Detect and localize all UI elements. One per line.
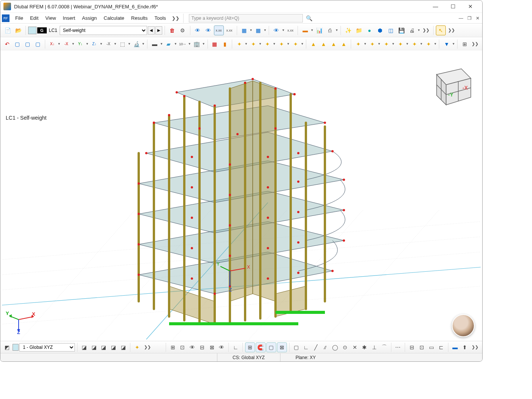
menu-assign[interactable]: Assign xyxy=(79,14,100,22)
osnap-x-button[interactable]: ⊠ xyxy=(277,342,287,352)
new-file-button[interactable]: ✨ xyxy=(343,25,353,35)
microscope-dropdown[interactable]: 🔬▼ xyxy=(131,39,145,49)
assistant-avatar[interactable] xyxy=(452,314,475,337)
building-dropdown[interactable]: 🏢▼ xyxy=(192,39,205,49)
draw-star-button[interactable]: ✱ xyxy=(360,342,369,352)
menu-view[interactable]: View xyxy=(42,14,59,22)
search-icon[interactable]: 🔍 xyxy=(306,15,312,21)
draw-cross-button[interactable]: ✕ xyxy=(350,342,359,352)
draw-rect-button[interactable]: ▢ xyxy=(291,342,301,352)
support1-button[interactable]: ▲ xyxy=(309,39,318,49)
menu-calculate[interactable]: Calculate xyxy=(100,14,128,22)
close-button[interactable]: ✕ xyxy=(462,1,479,12)
bottom-overflow2-icon[interactable]: ❯❯ xyxy=(470,345,480,350)
print-dropdown[interactable]: ⎙▼ xyxy=(325,25,338,35)
axis-mx-dropdown[interactable]: -X▼ xyxy=(61,39,74,49)
load4-dropdown[interactable]: ✦▼ xyxy=(277,39,290,49)
sp4-dropdown[interactable]: ✦▼ xyxy=(396,39,409,49)
delete-results-button[interactable]: 🗑 xyxy=(167,25,177,35)
show-values2-button[interactable]: x.xx xyxy=(225,25,234,35)
navigation-cube[interactable]: -Y -X xyxy=(425,59,475,109)
search-input[interactable]: Type a keyword (Alt+Q) xyxy=(189,14,303,22)
axis-mx2-dropdown[interactable]: -X▼ xyxy=(103,39,117,49)
cloud-button[interactable]: ● xyxy=(364,25,374,35)
snap4-button[interactable]: ⊠ xyxy=(207,342,217,352)
draw-line-button[interactable]: ╱ xyxy=(311,342,320,352)
draw-circle-button[interactable]: ◯ xyxy=(331,342,340,352)
menu-edit[interactable]: Edit xyxy=(27,14,42,22)
snap1-button[interactable]: ⊞ xyxy=(168,342,177,352)
support2-button[interactable]: ▲ xyxy=(319,39,328,49)
prev-loadcase-button[interactable]: ◀ xyxy=(148,26,155,35)
menu-overflow-icon[interactable]: ❯❯ xyxy=(169,16,182,21)
layer-button[interactable]: ▬ xyxy=(451,342,460,352)
axis-y-dropdown[interactable]: Y↓▼ xyxy=(75,39,89,49)
draw-tan-button[interactable]: ⌒ xyxy=(380,342,389,352)
filter-dropdown[interactable]: ▼▼ xyxy=(442,39,455,49)
render-mode-dropdown[interactable]: ▬▼ xyxy=(150,39,163,49)
open-model-button[interactable]: 📂 xyxy=(13,25,23,35)
load2-dropdown[interactable]: ✦▼ xyxy=(249,39,262,49)
workplane-select[interactable]: 1 - Global XYZ xyxy=(19,343,75,352)
draw-lines-button[interactable]: ⫽ xyxy=(321,342,330,352)
mesh-button[interactable]: ▦ xyxy=(210,39,220,49)
snap2-button[interactable]: ⊡ xyxy=(178,342,187,352)
select-button[interactable]: ↖ xyxy=(436,25,446,35)
block-button[interactable]: ⬢ xyxy=(375,25,385,35)
load5-dropdown[interactable]: ✦▼ xyxy=(291,39,304,49)
display-mode-dropdown[interactable]: ▦▼ xyxy=(239,25,253,35)
open-folder-button[interactable]: 📁 xyxy=(354,25,364,35)
solid-button[interactable]: ▮ xyxy=(220,39,230,49)
guide4-button[interactable]: ⊏ xyxy=(437,342,446,352)
model-viewport[interactable]: LC1 - Self-weight xyxy=(2,57,481,341)
sp2-dropdown[interactable]: ✦▼ xyxy=(367,39,381,49)
axis-iso-dropdown[interactable]: ⬚▼ xyxy=(117,39,131,49)
star-tool-button[interactable]: ✦ xyxy=(133,342,142,352)
show-lines-button[interactable]: 👁 xyxy=(203,25,213,35)
minimize-button[interactable]: — xyxy=(427,1,444,12)
menu-results[interactable]: Results xyxy=(128,14,151,22)
menu-tools[interactable]: Tools xyxy=(151,14,169,22)
box1-button[interactable]: ▢ xyxy=(13,39,22,49)
results-display-dropdown[interactable]: 👁▼ xyxy=(271,25,285,35)
box2-button[interactable]: ▢ xyxy=(23,39,32,49)
toolbar1-overflow-icon[interactable]: ❯❯ xyxy=(421,28,431,33)
next-loadcase-button[interactable]: ▶ xyxy=(155,26,162,35)
osnap-grid-button[interactable]: ⊞ xyxy=(245,342,255,352)
osnap-rect-button[interactable]: ▢ xyxy=(266,342,276,352)
ucs4-button[interactable]: ◪ xyxy=(109,342,118,352)
dots-button[interactable]: ⋯ xyxy=(393,342,402,352)
guide1-button[interactable]: ⊟ xyxy=(407,342,416,352)
print2-dropdown[interactable]: 🖨▼ xyxy=(407,25,420,35)
guide2-button[interactable]: ⊡ xyxy=(417,342,426,352)
mdi-restore-icon[interactable]: ❐ xyxy=(466,15,472,21)
up-button[interactable]: ⬆ xyxy=(460,342,469,352)
maximize-button[interactable]: ☐ xyxy=(444,1,462,12)
mdi-minimize-icon[interactable]: — xyxy=(458,15,464,21)
ucs2-button[interactable]: ◪ xyxy=(89,342,98,352)
guide3-button[interactable]: ▭ xyxy=(427,342,436,352)
draw-perp-button[interactable]: ⊥ xyxy=(370,342,379,352)
eye2-button[interactable]: 👁 xyxy=(217,342,226,352)
new-model-button[interactable]: 📄 xyxy=(3,25,13,35)
dimension-dropdown[interactable]: 10↔▼ xyxy=(178,39,191,49)
sp5-dropdown[interactable]: ✦▼ xyxy=(410,39,423,49)
sections-dropdown[interactable]: ▬▼ xyxy=(300,25,314,35)
osnap-magnet-button[interactable]: 🧲 xyxy=(256,342,266,352)
load3-dropdown[interactable]: ✦▼ xyxy=(263,39,276,49)
grid-button[interactable]: ⊞ xyxy=(460,39,469,49)
load1-dropdown[interactable]: ✦▼ xyxy=(234,39,248,49)
ucs1-button[interactable]: ◪ xyxy=(80,342,89,352)
toolbar1b-overflow-icon[interactable]: ❯❯ xyxy=(446,28,456,33)
sp6-dropdown[interactable]: ✦▼ xyxy=(424,39,437,49)
save-button[interactable]: 💾 xyxy=(396,25,406,35)
color-swatch-light[interactable] xyxy=(28,27,36,34)
workplane-color[interactable] xyxy=(13,344,19,351)
loadcase-select[interactable]: Self-weight xyxy=(60,26,147,35)
axis-x-dropdown[interactable]: X↓▼ xyxy=(48,39,61,49)
undo-button[interactable]: ↶ xyxy=(3,39,12,49)
calculate-button[interactable]: ⚙ xyxy=(178,25,188,35)
axis-z-dropdown[interactable]: Z↓▼ xyxy=(89,39,103,49)
ucs5-button[interactable]: ◪ xyxy=(119,342,128,352)
ucs3-button[interactable]: ◪ xyxy=(99,342,108,352)
